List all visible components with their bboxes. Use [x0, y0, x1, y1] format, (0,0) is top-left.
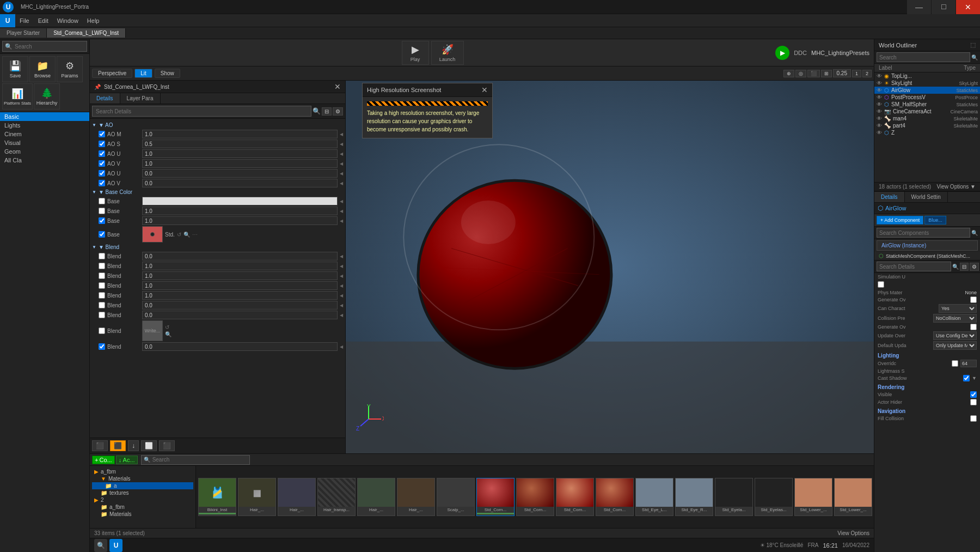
perspective-button[interactable]: Perspective	[92, 69, 132, 78]
play-button[interactable]: ▶ Play	[402, 41, 429, 65]
base4-reset-icon[interactable]: ↺	[177, 232, 181, 238]
asset-std-eyelash2[interactable]: Std_Eyelas...	[755, 478, 793, 516]
taskbar-ue[interactable]: U	[109, 539, 122, 552]
blend7-arrow[interactable]: ◀	[340, 313, 343, 318]
outliner-item-airglow[interactable]: 👁 ⬡ AirGlow StaticMes	[874, 87, 980, 94]
sidebar-item-all[interactable]: All Cla	[0, 156, 89, 165]
close-btn[interactable]: ✕	[956, 0, 980, 14]
tab-material[interactable]: Std_Cornea_L_LWFQ_Inst	[47, 28, 126, 38]
collision-preset-select[interactable]: NoCollision	[933, 314, 977, 323]
ao-u1-arrow[interactable]: ◀	[340, 151, 343, 156]
ao-v2-input[interactable]	[142, 179, 338, 187]
details-settings-btn[interactable]: ⚙	[970, 263, 979, 271]
vp-tool-icon3[interactable]: ⬛	[807, 70, 820, 77]
blend2-check[interactable]	[99, 263, 105, 269]
vp-tool-icon1[interactable]: ⊕	[783, 70, 794, 77]
base3-arrow[interactable]: ◀	[340, 219, 343, 223]
base3-input[interactable]	[142, 216, 338, 225]
asset-hair3[interactable]: Hair_...	[357, 478, 395, 516]
cb-view-options[interactable]: View Options	[837, 530, 869, 536]
base1-arrow[interactable]: ◀	[340, 199, 343, 204]
can-char-select[interactable]: Yes No	[939, 304, 977, 313]
sidebar-item-geometry[interactable]: Geom	[0, 147, 89, 156]
minimize-btn[interactable]: —	[907, 0, 931, 14]
base2-arrow[interactable]: ◀	[340, 209, 343, 214]
ao-s-check[interactable]	[99, 141, 105, 147]
menu-window[interactable]: Window	[53, 15, 83, 26]
blend3-arrow[interactable]: ◀	[340, 274, 343, 278]
details-view-btn[interactable]: ⊟	[960, 263, 969, 271]
ao-v2-arrow[interactable]: ◀	[340, 181, 343, 186]
outliner-item-postprocess[interactable]: 👁 ⬡ PostProcessV PostProce	[874, 94, 980, 101]
world-settings-tab[interactable]: World Settin	[905, 192, 948, 202]
search-components-input[interactable]	[877, 228, 970, 238]
blend8-reset-icon[interactable]: ↺	[165, 324, 171, 330]
blend2-input[interactable]	[142, 262, 338, 270]
asset-hair-transp1[interactable]: Hair_transp...	[317, 478, 356, 516]
dialog-close-icon[interactable]: ✕	[481, 86, 488, 94]
base3-check[interactable]	[99, 217, 105, 224]
ao-m-check[interactable]	[99, 131, 105, 137]
base2-input[interactable]	[142, 207, 338, 215]
ao-s-arrow[interactable]: ◀	[340, 142, 343, 147]
blend9-arrow[interactable]: ◀	[340, 344, 343, 349]
mat-btn2[interactable]: ⬛	[110, 440, 126, 451]
blend6-arrow[interactable]: ◀	[340, 303, 343, 308]
sidebar-item-lights[interactable]: Lights	[0, 121, 89, 130]
sidebar-item-basic[interactable]: Basic	[0, 112, 89, 121]
ao-u2-check[interactable]	[99, 170, 105, 177]
ao-v1-check[interactable]	[99, 160, 105, 167]
menu-file[interactable]: File	[15, 15, 34, 26]
override-value-input[interactable]	[960, 360, 977, 367]
maximize-btn[interactable]: ☐	[932, 0, 955, 14]
vp-tool-icon4[interactable]: ⊞	[821, 70, 832, 77]
blend3-input[interactable]	[142, 271, 338, 280]
ao-u2-arrow[interactable]: ◀	[340, 171, 343, 176]
outliner-item-toplighting[interactable]: 👁 ◉ TopLig...	[874, 72, 980, 80]
ao-group-header[interactable]: ▼ AO	[90, 121, 345, 129]
params-button[interactable]: ⚙ Params	[57, 56, 83, 82]
asset-std-lower2[interactable]: Std_Lower_...	[834, 478, 872, 516]
outliner-expand-icon[interactable]: ⬚	[970, 41, 976, 48]
asset-std-cornea-2[interactable]: Std_Corn...	[516, 478, 554, 516]
mat-btn1[interactable]: ⬛	[92, 440, 108, 451]
outliner-item-man4[interactable]: 👁 🦴 man4 SkeletalMe	[874, 115, 980, 122]
outliner-item-halfspere[interactable]: 👁 ⬡ SM_HalfSpher StaticMes	[874, 101, 980, 108]
simulation-check[interactable]	[878, 281, 884, 288]
cb-add-btn[interactable]: + Co...	[92, 456, 115, 464]
tree-item-2[interactable]: ▶ 2	[92, 496, 193, 504]
details-search-input[interactable]	[92, 106, 311, 117]
sidebar-item-cinema[interactable]: Cinem	[0, 130, 89, 138]
base4-search-icon[interactable]: 🔍	[183, 232, 190, 238]
blend9-input[interactable]	[142, 342, 338, 351]
filter-btn[interactable]: ⚙	[333, 107, 343, 116]
ao-m-arrow[interactable]: ◀	[340, 132, 343, 137]
tab-player-starter[interactable]: Player Starter	[0, 28, 47, 38]
base4-color-swatch[interactable]	[142, 226, 163, 242]
tab-details[interactable]: Details	[90, 93, 120, 104]
blend8-swatch[interactable]: Write...	[142, 320, 163, 341]
tree-item-materials2[interactable]: 📁 Materials	[92, 511, 193, 518]
blend2-arrow[interactable]: ◀	[340, 264, 343, 269]
add-component-button[interactable]: + Add Component	[877, 216, 923, 225]
outliner-item-z[interactable]: 👁 ⬡ Z	[874, 129, 980, 136]
base1-color-swatch[interactable]	[142, 197, 338, 205]
gen-overlap2-check[interactable]	[970, 324, 977, 330]
browse-button[interactable]: 📁 Browse	[29, 56, 56, 82]
cast-shadow-check[interactable]	[963, 375, 970, 381]
outliner-item-skylight[interactable]: 👁 ☀ SkyLight SkyLight	[874, 80, 980, 87]
base2-check[interactable]	[99, 208, 105, 214]
ao-v1-input[interactable]	[142, 159, 338, 168]
blend3-check[interactable]	[99, 272, 105, 279]
lit-button[interactable]: Lit	[134, 69, 152, 78]
blend1-check[interactable]	[99, 253, 105, 259]
ao-u2-input[interactable]	[142, 169, 338, 178]
cb-search-input[interactable]	[152, 457, 249, 463]
view-options-btn[interactable]: ⊟	[322, 107, 332, 116]
mat-btn5[interactable]: ⬛	[159, 440, 175, 451]
asset-std-eye-r[interactable]: Std_Eye_R...	[675, 478, 713, 516]
blend8-check[interactable]	[99, 327, 105, 334]
cb-import-btn[interactable]: ↓ Ac...	[116, 456, 138, 464]
gen-overlap-check[interactable]	[970, 296, 977, 303]
blend1-input[interactable]	[142, 252, 338, 260]
